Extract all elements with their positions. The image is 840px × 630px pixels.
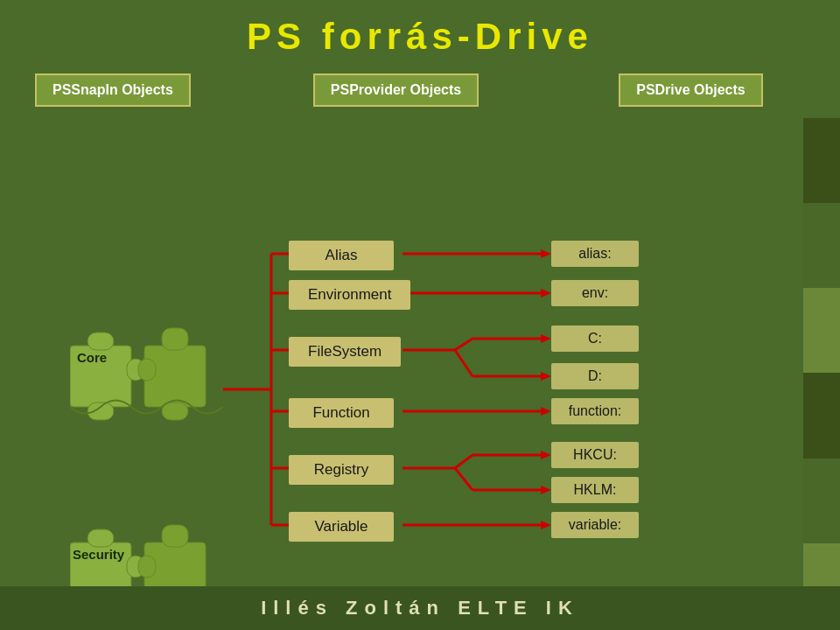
page-title: PS forrás-Drive xyxy=(0,0,840,66)
drive-header: PSDrive Objects xyxy=(619,74,763,107)
svg-line-14 xyxy=(455,339,472,350)
svg-marker-28 xyxy=(541,486,551,494)
provider-function: Function xyxy=(289,398,394,428)
svg-marker-10 xyxy=(541,249,551,258)
provider-filesystem: FileSystem xyxy=(289,337,401,367)
svg-marker-16 xyxy=(541,334,551,343)
header-row: PSSnapIn Objects PSProvider Objects PSDr… xyxy=(0,66,840,114)
svg-line-17 xyxy=(455,350,472,376)
svg-line-26 xyxy=(455,468,472,490)
main-diagram: Core Security Alias Environment FileSyst… xyxy=(0,118,840,582)
svg-line-23 xyxy=(455,455,472,468)
svg-rect-43 xyxy=(88,529,114,547)
drive-function: function: xyxy=(551,398,639,424)
drive-variable: variable: xyxy=(551,512,639,538)
drive-c: C: xyxy=(551,326,639,352)
svg-rect-47 xyxy=(138,556,156,578)
svg-rect-35 xyxy=(88,332,114,350)
snapin-header: PSSnapIn Objects xyxy=(35,74,191,107)
svg-marker-21 xyxy=(541,407,551,416)
svg-rect-40 xyxy=(162,402,188,420)
drive-d: D: xyxy=(551,363,639,389)
security-label: Security xyxy=(73,547,124,562)
svg-rect-37 xyxy=(88,402,114,420)
svg-rect-49 xyxy=(162,525,188,547)
svg-marker-25 xyxy=(541,451,551,459)
drive-alias: alias: xyxy=(551,241,639,267)
provider-environment: Environment xyxy=(289,280,410,310)
footer: Illés Zoltán ELTE IK xyxy=(0,586,840,630)
svg-rect-39 xyxy=(138,359,156,381)
core-snapin: Core xyxy=(70,319,223,428)
drive-hklm: HKLM: xyxy=(551,477,639,503)
svg-marker-12 xyxy=(541,289,551,298)
svg-marker-19 xyxy=(541,372,551,381)
provider-registry: Registry xyxy=(289,455,394,485)
drive-hkcu: HKCU: xyxy=(551,442,639,468)
right-strip xyxy=(803,118,840,630)
core-label: Core xyxy=(77,350,107,365)
provider-header: PSProvider Objects xyxy=(313,74,479,107)
provider-alias: Alias xyxy=(289,241,394,270)
svg-rect-41 xyxy=(162,328,188,350)
provider-variable: Variable xyxy=(289,512,394,542)
svg-marker-30 xyxy=(541,521,551,529)
drive-env: env: xyxy=(551,280,639,306)
